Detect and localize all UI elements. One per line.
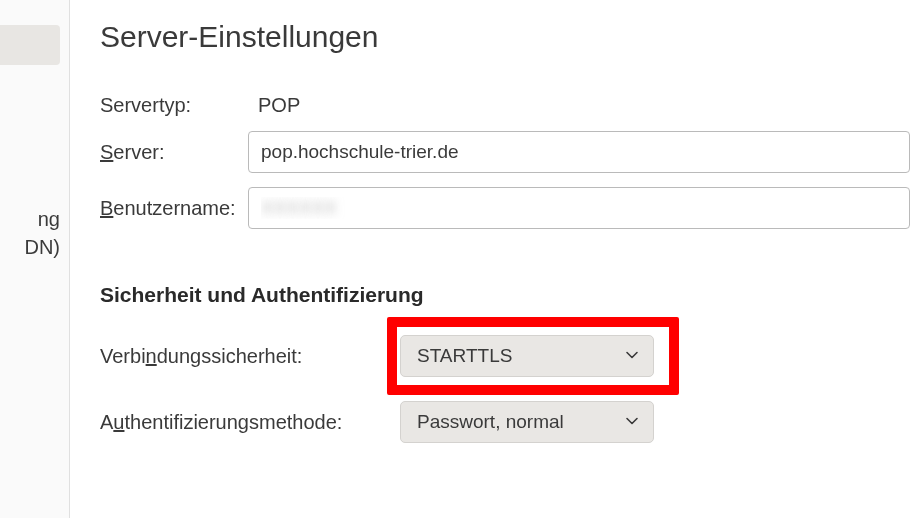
auth-method-label: Authentifizierungsmethode: [100,411,400,434]
page-title: Server-Einstellungen [100,20,910,54]
server-type-value: POP [248,94,300,117]
auth-method-row: Authentifizierungsmethode: Passwort, nor… [100,401,910,443]
server-type-row: Servertyp: POP [100,94,910,117]
chevron-down-icon [625,411,639,433]
sidebar-partial-text-2: DN) [0,236,60,259]
server-label: Server: [100,141,248,164]
username-input[interactable] [248,187,910,229]
connection-security-value: STARTTLS [417,345,512,367]
sidebar: ng DN) [0,0,70,518]
sidebar-partial-text-1: ng [0,208,60,231]
server-row: Server: [100,131,910,173]
username-label: Benutzername: [100,197,248,220]
server-input[interactable] [248,131,910,173]
username-row: Benutzername: [100,187,910,229]
security-heading: Sicherheit und Authentifizierung [100,283,910,307]
auth-method-value: Passwort, normal [417,411,564,433]
settings-panel: Server-Einstellungen Servertyp: POP Serv… [100,20,910,467]
connection-security-label: Verbindungssicherheit: [100,345,400,368]
chevron-down-icon [625,345,639,367]
connection-security-row: Verbindungssicherheit: STARTTLS [100,335,910,377]
auth-method-select[interactable]: Passwort, normal [400,401,654,443]
connection-security-select[interactable]: STARTTLS [400,335,654,377]
server-type-label: Servertyp: [100,94,248,117]
sidebar-item-active[interactable] [0,25,60,65]
